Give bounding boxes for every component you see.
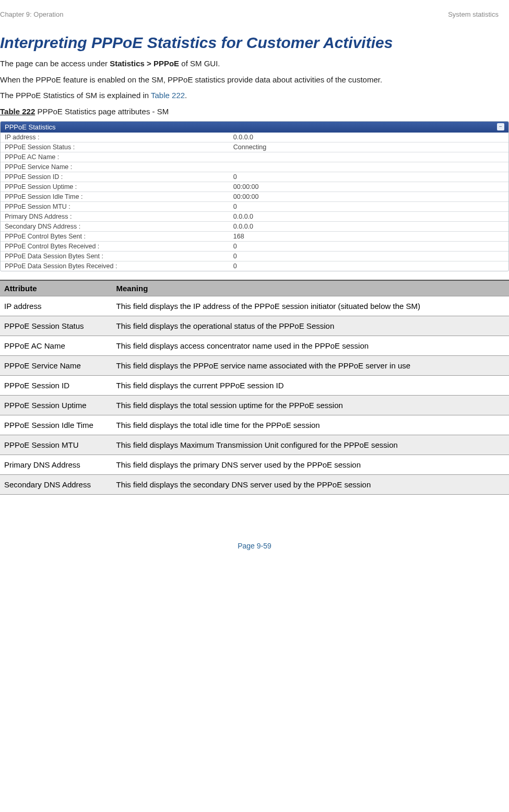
section-heading: Interpreting PPPoE Statistics for Custom… — [0, 34, 509, 52]
table-row: PPPoE Session UptimeThis field displays … — [0, 395, 509, 415]
stats-label: PPPoE Service Name : — [1, 162, 229, 172]
attribute-name: PPPoE Session MTU — [0, 435, 112, 455]
intro-line1-bold: Statistics > PPPoE — [110, 59, 179, 68]
stats-row: PPPoE Data Session Bytes Sent :0 — [1, 251, 508, 261]
attribute-name: PPPoE Session ID — [0, 375, 112, 395]
attribute-meaning: This field displays the secondary DNS se… — [112, 474, 510, 494]
attribute-meaning: This field displays the IP address of th… — [112, 296, 510, 316]
panel-header: PPPoE Statistics − — [1, 122, 508, 133]
stats-value — [229, 152, 508, 162]
attribute-table-header-row: Attribute Meaning — [0, 280, 509, 296]
attribute-name: PPPoE Session Idle Time — [0, 415, 112, 435]
attribute-meaning: This field displays the PPPoE service na… — [112, 355, 510, 375]
attribute-name: Secondary DNS Address — [0, 474, 112, 494]
header-left: Chapter 9: Operation — [0, 10, 63, 18]
stats-value: 0.0.0.0 — [229, 221, 508, 231]
stats-row: PPPoE Control Bytes Received :0 — [1, 241, 508, 251]
table-row: PPPoE Service NameThis field displays th… — [0, 355, 509, 375]
attribute-meaning: This field displays Maximum Transmission… — [112, 435, 510, 455]
stats-row: PPPoE Service Name : — [1, 162, 508, 172]
table-caption-text: PPPoE Statistics page attributes - SM — [35, 107, 169, 116]
intro-line3-link: Table 222 — [151, 91, 185, 100]
stats-value: 0 — [229, 261, 508, 271]
stats-value: 0.0.0.0 — [229, 133, 508, 142]
attribute-name: PPPoE Session Status — [0, 316, 112, 336]
stats-value — [229, 162, 508, 172]
stats-label: PPPoE Control Bytes Sent : — [1, 231, 229, 241]
collapse-icon[interactable]: − — [497, 123, 504, 130]
attribute-meaning: This field displays access concentrator … — [112, 336, 510, 355]
stats-label: PPPoE Control Bytes Received : — [1, 241, 229, 251]
stats-label: Secondary DNS Address : — [1, 221, 229, 231]
stats-value: 0 — [229, 172, 508, 182]
intro-line2: When the PPPoE feature is enabled on the… — [0, 74, 509, 86]
stats-table: IP address :0.0.0.0PPPoE Session Status … — [1, 133, 508, 271]
attribute-header-col1: Attribute — [0, 280, 112, 296]
stats-label: PPPoE Session MTU : — [1, 201, 229, 211]
intro-line1: The page can be access under Statistics … — [0, 58, 509, 70]
stats-value: 168 — [229, 231, 508, 241]
stats-label: IP address : — [1, 133, 229, 142]
page-footer: Page 9-59 — [0, 542, 509, 550]
attribute-name: PPPoE Service Name — [0, 355, 112, 375]
table-row: PPPoE Session IDThis field displays the … — [0, 375, 509, 395]
table-row: Primary DNS AddressThis field displays t… — [0, 455, 509, 474]
stats-row: PPPoE Session ID :0 — [1, 172, 508, 182]
table-caption-label: Table 222 — [0, 107, 35, 116]
attribute-name: PPPoE Session Uptime — [0, 395, 112, 415]
stats-value: 00:00:00 — [229, 182, 508, 192]
stats-value: 00:00:00 — [229, 192, 508, 201]
stats-label: PPPoE Session Idle Time : — [1, 192, 229, 201]
stats-row: PPPoE Session Status :Connecting — [1, 142, 508, 152]
stats-value: 0 — [229, 241, 508, 251]
stats-label: PPPoE Data Session Bytes Sent : — [1, 251, 229, 261]
intro-line3-pre: The PPPoE Statistics of SM is explained … — [0, 91, 151, 100]
attribute-name: PPPoE AC Name — [0, 336, 112, 355]
stats-label: Primary DNS Address : — [1, 211, 229, 221]
intro-line3: The PPPoE Statistics of SM is explained … — [0, 90, 509, 102]
stats-row: PPPoE Control Bytes Sent :168 — [1, 231, 508, 241]
stats-row: Secondary DNS Address :0.0.0.0 — [1, 221, 508, 231]
pppoe-statistics-panel: PPPoE Statistics − IP address :0.0.0.0PP… — [0, 121, 509, 271]
attribute-meaning: This field displays the primary DNS serv… — [112, 455, 510, 474]
attribute-meaning: This field displays the current PPPoE se… — [112, 375, 510, 395]
stats-value: 0 — [229, 201, 508, 211]
table-row: PPPoE Session MTUThis field displays Max… — [0, 435, 509, 455]
attribute-meaning: This field displays the operational stat… — [112, 316, 510, 336]
table-caption: Table 222 PPPoE Statistics page attribut… — [0, 107, 509, 116]
intro-line3-post: . — [185, 91, 187, 100]
stats-row: PPPoE AC Name : — [1, 152, 508, 162]
attribute-table-body: IP addressThis field displays the IP add… — [0, 296, 509, 494]
attribute-name: IP address — [0, 296, 112, 316]
header-right: System statistics — [448, 10, 499, 18]
intro-line1-post: of SM GUI. — [179, 59, 220, 68]
stats-row: PPPoE Session MTU :0 — [1, 201, 508, 211]
stats-row: PPPoE Session Idle Time :00:00:00 — [1, 192, 508, 201]
stats-value: Connecting — [229, 142, 508, 152]
attribute-name: Primary DNS Address — [0, 455, 112, 474]
stats-row: PPPoE Data Session Bytes Received :0 — [1, 261, 508, 271]
stats-row: PPPoE Session Uptime :00:00:00 — [1, 182, 508, 192]
stats-row: IP address :0.0.0.0 — [1, 133, 508, 142]
stats-row: Primary DNS Address :0.0.0.0 — [1, 211, 508, 221]
stats-table-body: IP address :0.0.0.0PPPoE Session Status … — [1, 133, 508, 271]
intro-line1-pre: The page can be access under — [0, 59, 110, 68]
attribute-meaning: This field displays the total idle time … — [112, 415, 510, 435]
stats-value: 0.0.0.0 — [229, 211, 508, 221]
attribute-header-col2: Meaning — [112, 280, 510, 296]
table-row: PPPoE Session Idle TimeThis field displa… — [0, 415, 509, 435]
stats-label: PPPoE Data Session Bytes Received : — [1, 261, 229, 271]
stats-value: 0 — [229, 251, 508, 261]
stats-label: PPPoE Session Uptime : — [1, 182, 229, 192]
stats-label: PPPoE AC Name : — [1, 152, 229, 162]
table-row: PPPoE Session StatusThis field displays … — [0, 316, 509, 336]
page-header: Chapter 9: Operation System statistics — [0, 10, 509, 34]
table-row: IP addressThis field displays the IP add… — [0, 296, 509, 316]
panel-title: PPPoE Statistics — [5, 123, 56, 131]
stats-label: PPPoE Session Status : — [1, 142, 229, 152]
table-row: PPPoE AC NameThis field displays access … — [0, 336, 509, 355]
attribute-meaning: This field displays the total session up… — [112, 395, 510, 415]
attribute-table: Attribute Meaning IP addressThis field d… — [0, 280, 509, 495]
table-row: Secondary DNS AddressThis field displays… — [0, 474, 509, 494]
stats-label: PPPoE Session ID : — [1, 172, 229, 182]
